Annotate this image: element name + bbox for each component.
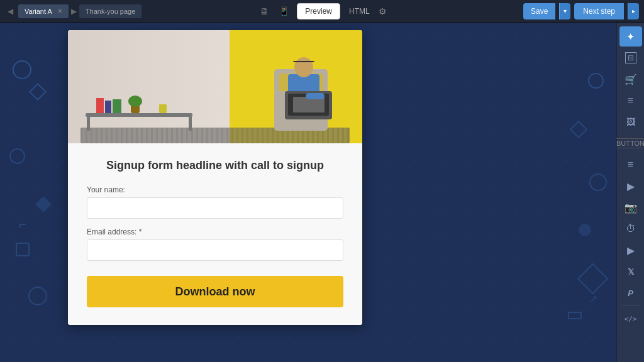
webcam-icon[interactable]: 📷 xyxy=(619,197,642,217)
name-field-group: Your name: xyxy=(87,185,343,219)
variant-tab-close[interactable]: ✕ xyxy=(57,8,62,14)
room-wall-left xyxy=(68,30,230,143)
toolbar-left: ◀ Variant A ✕ ▶ Thank-you page xyxy=(5,4,253,18)
person-glasses xyxy=(293,61,314,66)
magic-wand-icon[interactable]: ✦ xyxy=(619,26,642,47)
next-step-arrow-button[interactable]: ▸ xyxy=(628,3,639,19)
toolbar: ◀ Variant A ✕ ▶ Thank-you page 🖥 📱 Previ… xyxy=(0,0,644,23)
main-area: ⌐ ↗ xyxy=(0,23,644,362)
thankyou-tab[interactable]: Thank-you page xyxy=(79,4,142,18)
sidebar-divider xyxy=(621,305,640,306)
bg-rect-r1 xyxy=(568,312,582,319)
email-label: Email address: * xyxy=(87,228,343,236)
bg-diamond-r2 xyxy=(577,263,608,294)
save-button[interactable]: Save xyxy=(523,3,555,19)
bg-arrow-1: ⌐ xyxy=(19,217,26,232)
sections-icon[interactable]: ⊟ xyxy=(619,48,642,68)
preview-button[interactable]: Preview xyxy=(297,3,340,19)
email-field-group: Email address: * xyxy=(87,228,343,261)
save-dropdown-button[interactable]: ▾ xyxy=(559,3,570,19)
mobile-icon[interactable]: 📱 xyxy=(276,4,292,18)
book-1 xyxy=(96,98,104,113)
name-input[interactable] xyxy=(87,197,343,219)
bg-diamond-r1 xyxy=(570,121,587,138)
email-input[interactable] xyxy=(87,239,343,261)
person-arm xyxy=(306,93,325,99)
variant-tab[interactable]: Variant A ✕ xyxy=(18,4,69,18)
next-step-button[interactable]: Next step xyxy=(574,3,624,19)
bg-circle-2 xyxy=(9,148,25,164)
bg-diamond-1 xyxy=(29,83,47,101)
play-button-icon[interactable]: ▶ xyxy=(619,240,642,260)
book-3 xyxy=(113,99,121,113)
desktop-icon[interactable]: 🖥 xyxy=(257,4,271,18)
settings-icon[interactable]: ⚙ xyxy=(379,6,387,16)
button-icon[interactable]: BUTTON xyxy=(619,133,642,153)
desk-leg-left xyxy=(87,117,90,131)
person-head xyxy=(294,57,313,77)
plant-leaves xyxy=(128,96,142,107)
canvas-area: ⌐ ↗ xyxy=(0,23,616,362)
timer-icon[interactable]: ⏱ xyxy=(619,219,642,239)
form-section: Signup form headline with call to signup… xyxy=(68,143,362,325)
toolbar-right: Save ▾ Next step ▸ xyxy=(391,3,639,19)
video-icon[interactable]: ▶ xyxy=(619,176,642,196)
back-arrow-icon[interactable]: ◀ xyxy=(5,6,16,17)
paypal-icon[interactable]: P xyxy=(619,283,642,303)
bg-arrow-2: ↗ xyxy=(589,293,597,305)
cart-icon[interactable]: 🛒 xyxy=(619,69,642,89)
desk-leg-right xyxy=(189,117,192,131)
bg-circle-3 xyxy=(28,287,47,305)
page-card: Signup form headline with call to signup… xyxy=(68,30,362,325)
book-2 xyxy=(105,101,111,113)
bg-diamond-2 xyxy=(35,196,51,212)
bg-circle-r1 xyxy=(588,73,604,89)
image-icon[interactable]: 🖼 xyxy=(619,112,642,132)
divider-icon[interactable]: ≡ xyxy=(619,155,642,175)
html-button[interactable]: HTML xyxy=(345,4,374,18)
form-headline: Signup form headline with call to signup xyxy=(87,158,343,173)
twitter-icon[interactable]: 𝕏 xyxy=(619,261,642,282)
bg-circle-r2 xyxy=(589,173,607,191)
name-label: Your name: xyxy=(87,185,343,194)
text-lines-icon[interactable]: ≡ xyxy=(619,90,642,111)
code-icon[interactable]: </> xyxy=(619,309,642,329)
download-button[interactable]: Download now xyxy=(87,276,343,307)
right-sidebar: ✦ ⊟ 🛒 ≡ 🖼 BUTTON ≡ ▶ 📷 ⏱ ▶ xyxy=(616,23,644,362)
desk-top xyxy=(86,113,192,117)
bg-rect-1 xyxy=(16,243,30,256)
bg-circle-1 xyxy=(13,60,31,79)
variant-tab-label: Variant A xyxy=(25,8,52,15)
thankyou-tab-label: Thank-you page xyxy=(86,8,136,15)
bg-circle-r3 xyxy=(579,224,591,236)
toolbar-center: 🖥 📱 Preview HTML ⚙ xyxy=(257,3,386,19)
desk-cup xyxy=(159,104,167,113)
tab-separator: ▶ xyxy=(71,7,77,16)
hero-image xyxy=(68,30,362,143)
